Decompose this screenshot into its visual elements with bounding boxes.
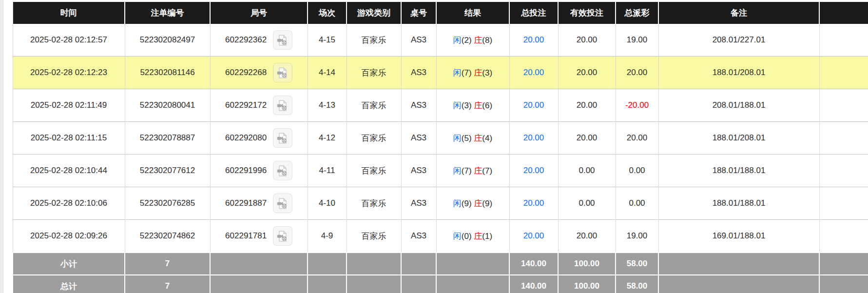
header-row: 时间注单编号局号场次游戏类别桌号结果总投注有效投注总派彩备注 [13,2,868,24]
video-replay-button[interactable] [273,161,292,180]
player-score: (0) [462,232,472,241]
player-label: 闲 [453,101,462,110]
video-replay-button[interactable] [273,194,292,213]
summary-cell-table_no [401,253,436,275]
bet-history-table: 时间注单编号局号场次游戏类别桌号结果总投注有效投注总派彩备注 2025-02-2… [12,2,868,293]
cell-bet_id: 522302074862 [125,220,210,253]
cell-note: 208.01/188.01 [658,89,819,122]
cell-extra [819,122,868,155]
banker-score: (6) [482,101,492,110]
summary-cell-session [308,253,347,275]
player-label: 闲 [453,134,462,143]
cell-round_id: 602292080 [210,122,308,155]
banker-score: (1) [482,232,492,241]
cell-total_bet: 20.00 [509,89,558,122]
cell-session: 4-10 [308,187,347,220]
cell-valid_bet: 20.00 [558,220,616,253]
video-replay-button[interactable] [273,226,292,246]
banker-score: (3) [482,68,492,78]
cell-total_bet: 20.00 [509,220,558,253]
player-score: (3) [462,101,472,110]
player-score: (7) [462,68,472,78]
video-replay-button[interactable] [273,30,292,50]
page-edge-strip [0,0,3,293]
total-bet-link[interactable]: 20.00 [523,133,544,142]
summary-cell-table_no [401,275,436,293]
total-bet-link[interactable]: 20.00 [523,100,544,110]
video-file-icon [276,230,289,243]
cell-bet_id: 522302078887 [125,122,210,155]
summary-cell-time: 小计 [13,253,125,275]
total-bet-link[interactable]: 20.00 [523,166,544,175]
total-bet-link[interactable]: 20.00 [523,35,544,44]
bet-record-row[interactable]: 2025-02-28 02:11:49522302080041602292172… [13,89,868,122]
cell-game_type: 百家乐 [347,24,401,57]
total-bet-link[interactable]: 20.00 [523,68,544,77]
cell-game_type: 百家乐 [347,122,401,155]
cell-table_no: AS3 [401,89,436,122]
bet-record-row[interactable]: 2025-02-28 02:10:06522302076285602291887… [13,187,868,220]
cell-note: 169.01/188.01 [658,220,819,253]
cell-note: 188.01/188.01 [658,155,819,187]
summary-cell-round_id [210,253,308,275]
summary-cell-time: 总计 [13,275,125,293]
payout-value: -20.00 [625,100,649,110]
summary-cell-valid_bet: 100.00 [558,275,616,293]
summary-cell-game_type [347,253,401,275]
cell-result: 闲(0) 庄(1) [436,220,509,253]
video-replay-button[interactable] [273,63,292,82]
bet-record-row[interactable]: 2025-02-28 02:10:44522302077612602291996… [13,155,868,187]
cell-note: 208.01/227.01 [658,24,819,57]
cell-result: 闲(9) 庄(9) [436,187,509,220]
round-number: 602292268 [225,68,267,77]
video-replay-button[interactable] [273,96,292,115]
bet-record-row[interactable]: 2025-02-28 02:12:23522302081146602292268… [13,57,868,89]
cell-round_id: 602291887 [210,187,308,220]
summary-cell-extra [819,253,868,275]
round-number: 602292172 [225,100,267,110]
cell-round_id: 602291781 [210,220,308,253]
column-header-time: 时间 [13,2,125,24]
payout-value: 19.00 [627,35,648,44]
cell-total_bet: 20.00 [509,155,558,187]
video-file-icon [276,34,289,47]
player-label: 闲 [453,232,462,241]
summary-cell-round_id [210,275,308,293]
cell-extra [819,57,868,89]
cell-time: 2025-02-28 02:10:44 [13,155,125,187]
cell-note: 188.01/188.01 [658,187,819,220]
summary-cell-note [658,253,819,275]
cell-payout: 19.00 [616,220,658,253]
summary-cell-result [436,275,509,293]
cell-payout: 0.00 [616,155,658,187]
total-bet-link[interactable]: 20.00 [523,198,544,208]
column-header-session: 场次 [308,2,347,24]
banker-score: (7) [482,166,492,176]
cell-note: 188.01/208.01 [658,122,819,155]
bet-record-row[interactable]: 2025-02-28 02:09:26522302074862602291781… [13,220,868,253]
round-number: 602291996 [225,166,267,175]
cell-time: 2025-02-28 02:10:06 [13,187,125,220]
bet-record-row[interactable]: 2025-02-28 02:12:57522302082497602292362… [13,24,868,57]
cell-game_type: 百家乐 [347,187,401,220]
summary-cell-total_bet: 140.00 [509,275,558,293]
cell-total_bet: 20.00 [509,57,558,89]
round-number: 602291887 [225,198,267,208]
cell-valid_bet: 0.00 [558,187,616,220]
bet-record-row[interactable]: 2025-02-28 02:11:15522302078887602292080… [13,122,868,155]
round-number: 602292362 [225,35,267,44]
cell-total_bet: 20.00 [509,122,558,155]
summary-cell-bet_id: 7 [125,253,210,275]
column-header-game_type: 游戏类别 [347,2,401,24]
summary-row-subtotal: 小计7140.00100.0058.00 [13,253,868,275]
video-replay-button[interactable] [273,128,292,148]
cell-result: 闲(7) 庄(7) [436,155,509,187]
summary-cell-payout: 58.00 [616,253,658,275]
column-header-result: 结果 [436,2,509,24]
round-number: 602291781 [225,231,267,240]
banker-label: 庄 [474,199,482,208]
player-label: 闲 [453,199,462,208]
total-bet-link[interactable]: 20.00 [523,231,544,240]
cell-session: 4-14 [308,57,347,89]
summary-cell-session [308,275,347,293]
